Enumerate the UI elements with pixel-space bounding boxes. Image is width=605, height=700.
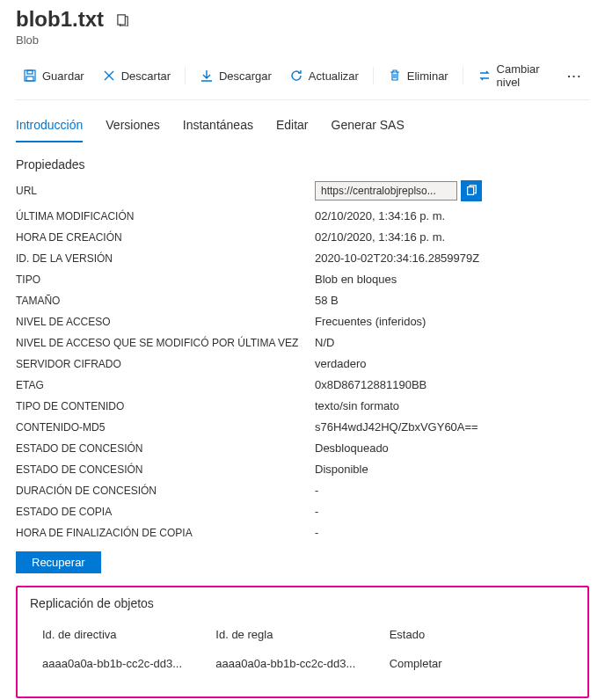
download-button[interactable]: Descargar [193, 65, 279, 86]
save-icon [23, 69, 37, 83]
prop-value: - [315, 505, 589, 518]
prop-label: TIPO DE CONTENIDO [16, 400, 315, 412]
col-status: Estado [390, 628, 563, 641]
prop-label: NIVEL DE ACCESO [16, 316, 315, 328]
discard-icon [102, 69, 116, 83]
page-subtitle: Blob [16, 33, 589, 47]
prop-value: - [315, 526, 589, 539]
tab-edit[interactable]: Editar [276, 113, 309, 142]
prop-value: 02/10/2020, 1:34:16 p. m. [315, 230, 589, 244]
prop-value: 58 B [315, 294, 589, 307]
prop-label: DURACIÓN DE CONCESIÓN [16, 485, 315, 497]
save-label: Guardar [42, 69, 84, 83]
object-replication-section: Replicación de objetos Id. de directiva … [16, 586, 589, 698]
prop-label: ESTADO DE COPIA [16, 506, 315, 518]
cell-status: Completar [390, 657, 563, 670]
prop-value: Blob en bloques [315, 273, 589, 286]
discard-button[interactable]: Descartar [95, 65, 178, 86]
delete-button[interactable]: Eliminar [381, 65, 456, 86]
replication-table: Id. de directiva Id. de regla Estado aaa… [30, 623, 575, 681]
change-tier-icon [477, 69, 492, 83]
undelete-button[interactable]: Recuperar [16, 551, 101, 573]
svg-rect-3 [26, 77, 33, 81]
delete-label: Eliminar [407, 69, 448, 83]
prop-value: Frecuentes (inferidos) [315, 315, 589, 328]
prop-label: HORA DE CREACIÓN [16, 231, 315, 244]
refresh-button[interactable]: Actualizar [282, 65, 366, 86]
cell-rule-id: aaaa0a0a-bb1b-cc2c-dd3... [215, 657, 389, 670]
prop-label: ÚLTIMA MODIFICACIÓN [16, 210, 315, 222]
prop-label: SERVIDOR CIFRADO [16, 358, 315, 370]
discard-label: Descartar [121, 69, 171, 83]
url-value[interactable]: https://centralobjreplso... [315, 181, 457, 201]
section-properties: Propiedades [16, 157, 589, 171]
prop-label: ETAG [16, 379, 315, 391]
prop-label: NIVEL DE ACCESO QUE SE MODIFICÓ POR ÚLTI… [16, 337, 315, 349]
prop-value: Disponible [315, 463, 589, 476]
copy-url-button[interactable] [461, 180, 482, 201]
prop-value: - [315, 484, 589, 497]
refresh-label: Actualizar [309, 69, 359, 83]
tab-overview[interactable]: Introducción [16, 113, 83, 142]
col-rule-id: Id. de regla [215, 628, 389, 641]
download-label: Descargar [219, 69, 272, 83]
properties-grid: URL https://centralobjreplso... ÚLTIMA M… [16, 180, 589, 539]
prop-label: ESTADO DE CONCESIÓN [16, 442, 315, 455]
toolbar: Guardar Descartar Descargar Actualizar [16, 59, 589, 100]
svg-rect-4 [468, 187, 474, 195]
save-button[interactable]: Guardar [16, 65, 91, 86]
table-row: aaaa0a0a-bb1b-cc2c-dd3... aaaa0a0a-bb1b-… [30, 646, 575, 681]
pin-icon[interactable] [116, 13, 129, 26]
divider [463, 67, 463, 84]
replication-title: Replicación de objetos [30, 596, 575, 610]
prop-value: 0x8D86712881190BB [315, 378, 589, 391]
delete-icon [388, 69, 402, 83]
prop-value: texto/sin formato [315, 399, 589, 412]
prop-label: TIPO [16, 273, 315, 286]
prop-label: ESTADO DE CONCESIÓN [16, 463, 315, 476]
more-button[interactable]: ··· [560, 66, 589, 86]
prop-label: ID. DE LA VERSIÓN [16, 252, 315, 265]
divider [373, 67, 374, 84]
cell-policy-id: aaaa0a0a-bb1b-cc2c-dd3... [42, 657, 215, 670]
divider [185, 67, 186, 84]
prop-value: 2020-10-02T20:34:16.2859979Z [315, 252, 589, 265]
prop-value: Desbloqueado [315, 441, 589, 455]
prop-label: HORA DE FINALIZACIÓN DE COPIA [16, 527, 315, 539]
tabs: Introducción Versiones Instantáneas Edit… [16, 113, 589, 143]
tab-versions[interactable]: Versiones [106, 113, 159, 142]
tab-snapshots[interactable]: Instantáneas [183, 113, 253, 142]
prop-label: CONTENIDO-MD5 [16, 421, 315, 434]
prop-value: verdadero [315, 357, 589, 370]
copy-icon [465, 185, 477, 197]
svg-rect-0 [118, 14, 125, 24]
prop-value: N/D [315, 336, 589, 349]
svg-rect-2 [27, 70, 33, 74]
col-policy-id: Id. de directiva [42, 628, 215, 641]
tab-generate-sas[interactable]: Generar SAS [332, 113, 405, 142]
page-title: blob1.txt [16, 7, 104, 32]
prop-label-url: URL [16, 185, 315, 197]
download-icon [200, 69, 214, 83]
change-tier-label: Cambiar nivel [497, 62, 550, 89]
change-tier-button[interactable]: Cambiar nivel [470, 59, 558, 92]
prop-value: s76H4wdJ42HQ/ZbxVGY60A== [315, 420, 589, 434]
prop-label: TAMAÑO [16, 295, 315, 307]
refresh-icon [289, 69, 303, 83]
prop-value: 02/10/2020, 1:34:16 p. m. [315, 209, 589, 222]
